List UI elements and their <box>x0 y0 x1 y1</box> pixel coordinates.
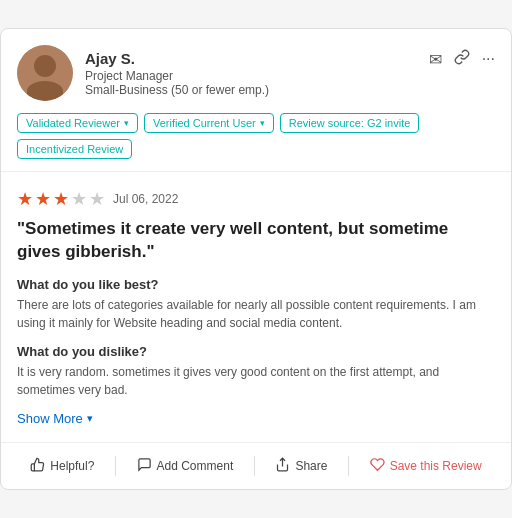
email-icon[interactable]: ✉ <box>429 50 442 69</box>
heart-icon <box>370 457 385 475</box>
more-icon[interactable]: ··· <box>482 50 495 68</box>
user-name: Ajay S. <box>85 50 269 67</box>
star-5: ★ <box>89 188 105 210</box>
tag-verified-chevron: ▾ <box>260 118 265 128</box>
save-button[interactable]: Save this Review <box>364 453 488 479</box>
star-2: ★ <box>35 188 51 210</box>
tag-incentivized[interactable]: Incentivized Review <box>17 139 132 159</box>
star-3: ★ <box>53 188 69 210</box>
share-icon <box>275 457 290 475</box>
user-company: Small-Business (50 or fewer emp.) <box>85 83 269 97</box>
section-1-label: What do you like best? <box>17 277 495 292</box>
save-label: Save this Review <box>390 459 482 473</box>
review-footer: Helpful? Add Comment Share <box>1 442 511 489</box>
rating-row: ★ ★ ★ ★ ★ Jul 06, 2022 <box>17 188 495 210</box>
thumbs-up-icon <box>30 457 45 475</box>
tags-container: Validated Reviewer ▾ Verified Current Us… <box>17 113 495 159</box>
add-comment-button[interactable]: Add Comment <box>131 453 240 479</box>
tag-source[interactable]: Review source: G2 invite <box>280 113 420 133</box>
section-2-label: What do you dislike? <box>17 344 495 359</box>
tag-validated-chevron: ▾ <box>124 118 129 128</box>
section-1-text: There are lots of categories available f… <box>17 296 495 332</box>
review-date: Jul 06, 2022 <box>113 192 178 206</box>
divider-3 <box>348 456 349 476</box>
review-body: ★ ★ ★ ★ ★ Jul 06, 2022 "Sometimes it cre… <box>1 172 511 441</box>
user-details: Ajay S. Project Manager Small-Business (… <box>85 50 269 97</box>
review-card: Ajay S. Project Manager Small-Business (… <box>0 28 512 489</box>
link-icon[interactable] <box>454 49 470 69</box>
show-more-button[interactable]: Show More ▾ <box>17 411 495 426</box>
tag-source-label: Review source: G2 invite <box>289 117 411 129</box>
review-header: Ajay S. Project Manager Small-Business (… <box>1 29 511 172</box>
comment-icon <box>137 457 152 475</box>
tag-validated-label: Validated Reviewer <box>26 117 120 129</box>
show-more-label: Show More <box>17 411 83 426</box>
helpful-button[interactable]: Helpful? <box>24 453 100 479</box>
star-4: ★ <box>71 188 87 210</box>
tag-validated[interactable]: Validated Reviewer ▾ <box>17 113 138 133</box>
share-button[interactable]: Share <box>269 453 333 479</box>
avatar <box>17 45 73 101</box>
section-2-text: It is very random. sometimes it gives ve… <box>17 363 495 399</box>
divider-2 <box>254 456 255 476</box>
header-actions: ✉ ··· <box>429 45 495 69</box>
star-rating: ★ ★ ★ ★ ★ <box>17 188 105 210</box>
header-top: Ajay S. Project Manager Small-Business (… <box>17 45 495 101</box>
divider-1 <box>115 456 116 476</box>
tag-verified[interactable]: Verified Current User ▾ <box>144 113 274 133</box>
tag-verified-label: Verified Current User <box>153 117 256 129</box>
review-title: "Sometimes it create very well content, … <box>17 218 495 262</box>
user-title: Project Manager <box>85 69 269 83</box>
show-more-chevron-icon: ▾ <box>87 412 93 425</box>
share-label: Share <box>295 459 327 473</box>
helpful-label: Helpful? <box>50 459 94 473</box>
star-1: ★ <box>17 188 33 210</box>
tag-incentivized-label: Incentivized Review <box>26 143 123 155</box>
user-info: Ajay S. Project Manager Small-Business (… <box>17 45 269 101</box>
comment-label: Add Comment <box>157 459 234 473</box>
